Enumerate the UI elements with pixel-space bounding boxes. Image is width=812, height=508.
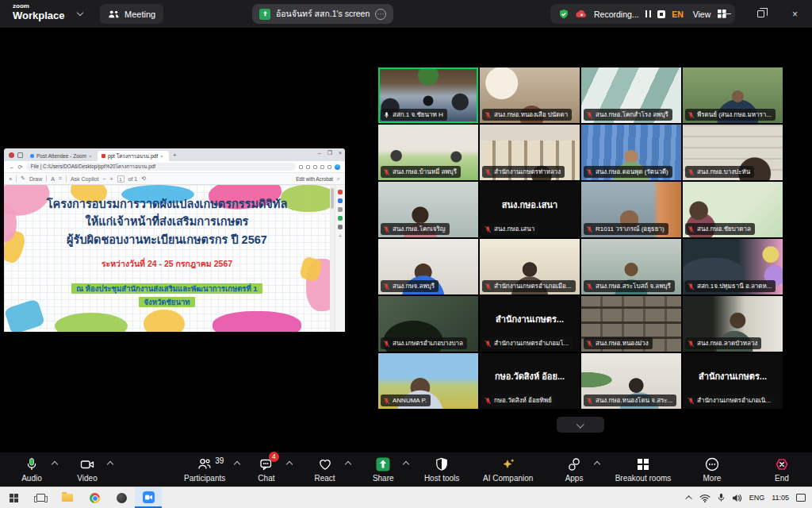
address-field[interactable]: File | C:/Users/DOA6/Desktop/ppt%20โครงก… bbox=[26, 163, 296, 171]
participant-tile[interactable]: สสก.1 จ.ชัยนาท H bbox=[378, 67, 478, 123]
react-button[interactable]: React bbox=[308, 456, 343, 483]
browser-restore-button[interactable]: ❐ bbox=[327, 150, 332, 156]
back-icon[interactable]: ← bbox=[9, 164, 15, 171]
participant-tile[interactable]: สนง.กษอ.โคกเจริญ bbox=[378, 182, 478, 237]
participant-tile[interactable]: สนง.กษอ.โคกสำโรง ลพบุรี bbox=[581, 67, 681, 123]
sidebar-add-icon[interactable]: + bbox=[339, 233, 342, 239]
close-tab-icon[interactable]: × bbox=[160, 154, 165, 159]
minimize-button[interactable] bbox=[710, 0, 744, 28]
sidebar-icon-blue[interactable] bbox=[338, 198, 343, 203]
video-button[interactable]: Video bbox=[70, 456, 105, 483]
close-tab-icon[interactable]: × bbox=[89, 154, 94, 159]
zoom-app-button[interactable] bbox=[135, 487, 162, 508]
start-button[interactable] bbox=[0, 487, 27, 508]
participant-tile[interactable]: กษอ.วัดสิงห์ อ้อย... กษอ.วัดสิงห์ อ้อยทิ… bbox=[480, 353, 580, 409]
tab-meeting[interactable]: Meeting bbox=[100, 4, 163, 24]
browser-tab-zoom[interactable]: Post Attendee - Zoom × bbox=[26, 151, 98, 161]
tray-expand-icon[interactable] bbox=[685, 495, 691, 502]
edit-with-acrobat-button[interactable]: Edit with Acrobat bbox=[296, 176, 333, 182]
ai-companion-button[interactable]: AI Companion bbox=[483, 456, 533, 483]
tab-search-icon[interactable] bbox=[17, 152, 23, 158]
gallery-collapse-button[interactable] bbox=[557, 417, 604, 433]
participant-tile[interactable]: สนง.กษอ.เสนา สนง.กษอ.เสนา bbox=[480, 182, 580, 237]
language-button[interactable]: EN bbox=[672, 10, 684, 19]
sidebar-icon-dark[interactable] bbox=[338, 225, 343, 229]
participant-tile[interactable]: สนง.กษจ.ลพบุรี bbox=[378, 239, 478, 294]
edge-profile-icon[interactable] bbox=[335, 164, 340, 170]
end-button[interactable]: End bbox=[764, 456, 799, 483]
participants-options-chevron[interactable] bbox=[234, 461, 240, 468]
restore-button[interactable] bbox=[744, 0, 778, 28]
browser-profile-icon[interactable] bbox=[9, 152, 14, 158]
participant-tile[interactable]: สนง.กษอ.หนองม่วง bbox=[581, 296, 681, 352]
close-button[interactable]: × bbox=[778, 0, 812, 28]
participant-tile[interactable]: สำนักงานเกษตร... สำนักงานเกษตรอำเภอเนิ..… bbox=[683, 353, 783, 409]
app-button-dark[interactable] bbox=[108, 487, 135, 508]
participant-tile[interactable]: สนง.เกษตรอำเภอบางบาล bbox=[378, 296, 478, 352]
clock[interactable]: 11:05 bbox=[772, 494, 789, 502]
screen-share-indicator[interactable]: อ้อนจันทร์ สสก.1's screen ··· bbox=[252, 4, 393, 24]
share-options-chevron[interactable] bbox=[403, 461, 409, 468]
pdf-scrollbar[interactable] bbox=[330, 185, 335, 332]
file-explorer-button[interactable] bbox=[54, 487, 81, 508]
participant-tile[interactable]: สนง.กษอ.หนองโดน จ.สระ... bbox=[581, 353, 681, 409]
participant-tile[interactable]: สำนักงานเกษตรท่าหลวง bbox=[480, 125, 580, 180]
participant-tile[interactable]: พีรดนย์ (สนง.กษอ.มหารา... bbox=[683, 67, 783, 123]
zoom-in-button[interactable]: + bbox=[109, 176, 113, 182]
participants-button[interactable]: 39 Participants bbox=[184, 456, 225, 483]
participant-tile[interactable]: สนง.กษอ.ลาดบัวหลวง bbox=[683, 296, 783, 352]
audio-options-chevron[interactable] bbox=[52, 461, 58, 468]
wifi-icon[interactable] bbox=[699, 494, 710, 502]
participant-tile[interactable]: สำนักงานเกษตรอำเภอเมือ... bbox=[480, 239, 580, 294]
participant-tile[interactable]: สนง.กษอ.บางปะหัน bbox=[683, 125, 783, 180]
more-button[interactable]: More bbox=[695, 456, 730, 483]
chat-options-chevron[interactable] bbox=[286, 461, 293, 468]
favorites-icon[interactable] bbox=[313, 165, 317, 169]
pen-icon[interactable]: ✎ bbox=[21, 175, 25, 182]
participant-tile[interactable]: สนง.กษอ.ดอนพุด (รัตนวดี) bbox=[581, 125, 681, 180]
chat-button[interactable]: 4 Chat bbox=[249, 456, 284, 483]
audio-button[interactable]: Audio bbox=[14, 456, 49, 483]
participant-tile[interactable]: สนง.กษอ.หนองเสือ ปนัดดา bbox=[480, 67, 580, 123]
breakout-rooms-button[interactable]: Breakout rooms bbox=[615, 456, 672, 483]
split-screen-icon[interactable] bbox=[306, 165, 310, 169]
draw-label[interactable]: Draw bbox=[29, 176, 42, 182]
participant-tile[interactable]: สสก.1จ.ปทุมธานี อ.ลาดห... bbox=[683, 239, 783, 294]
host-tools-button[interactable]: Host tools bbox=[424, 456, 459, 483]
chevron-down-icon[interactable] bbox=[77, 10, 83, 16]
ask-copilot-label[interactable]: Ask Copilot bbox=[71, 176, 98, 182]
more-options-icon[interactable]: ··· bbox=[375, 9, 386, 20]
sidebar-icon-gray[interactable] bbox=[338, 207, 343, 212]
participant-tile[interactable]: สนง.กษอ.บ้านหมี่ ลพบุรี bbox=[378, 125, 478, 180]
rotate-icon[interactable]: ⟲ bbox=[141, 175, 146, 182]
sidebar-icon-red[interactable] bbox=[338, 190, 343, 194]
refresh-icon[interactable]: ⟳ bbox=[18, 164, 23, 171]
input-language[interactable]: ENG bbox=[749, 494, 765, 502]
chrome-button[interactable] bbox=[81, 487, 108, 508]
task-view-button[interactable] bbox=[27, 487, 54, 508]
new-tab-button[interactable]: + bbox=[173, 152, 177, 159]
search-icon[interactable]: ⌕ bbox=[337, 175, 340, 182]
share-button[interactable]: Share bbox=[366, 456, 400, 483]
view-button-label[interactable]: View bbox=[693, 10, 711, 19]
browser-close-button[interactable]: × bbox=[339, 150, 342, 156]
participant-tile[interactable]: R1011 วราภรณ์ (อยุธยา) bbox=[581, 182, 681, 237]
participant-tile[interactable]: สนง.กษอ.สระโบสถ์ จ.ลพบุรี bbox=[581, 239, 681, 294]
participant-tile[interactable]: ANNUMA P. bbox=[378, 353, 478, 409]
video-options-chevron[interactable] bbox=[107, 461, 113, 468]
pdf-menu-icon[interactable]: ≡ bbox=[9, 176, 12, 182]
favorite-star-icon[interactable] bbox=[299, 165, 303, 169]
security-shield-icon[interactable] bbox=[558, 9, 569, 20]
browser-more-icon[interactable] bbox=[327, 165, 331, 169]
apps-button[interactable]: Apps bbox=[557, 456, 592, 483]
react-options-chevron[interactable] bbox=[344, 461, 350, 468]
speaker-icon[interactable] bbox=[732, 494, 742, 502]
stop-recording-button[interactable] bbox=[657, 10, 665, 18]
text-tool-icon[interactable]: A bbox=[51, 176, 55, 182]
collections-icon[interactable] bbox=[320, 165, 324, 169]
sidebar-icon-green[interactable] bbox=[338, 216, 343, 221]
participant-tile[interactable]: สำนักงานเกษตร... สำนักงานเกษตรอำเภอมโ... bbox=[480, 296, 580, 352]
participant-tile[interactable]: สนง.กษอ.ชัยบาดาล bbox=[683, 182, 783, 237]
action-center-icon[interactable] bbox=[796, 494, 806, 502]
zoom-out-button[interactable]: − bbox=[102, 176, 105, 182]
